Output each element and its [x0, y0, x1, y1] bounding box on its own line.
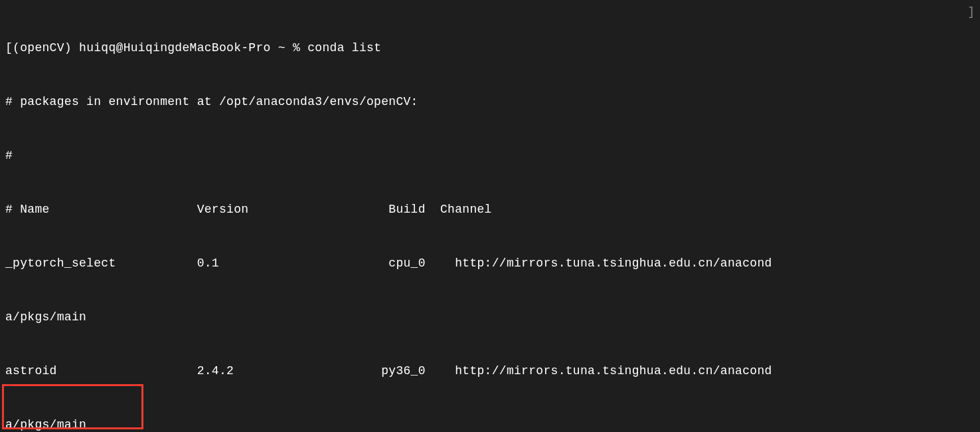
package-row: astroid 2.4.2 py36_0 http://mirrors.tuna… — [5, 362, 975, 380]
scroll-bracket-close: ] — [967, 3, 975, 21]
prompt-line: [(openCV) huiqq@HuiqingdeMacBook-Pro ~ %… — [5, 39, 975, 57]
package-row-wrap: a/pkgs/main — [5, 416, 975, 432]
scroll-bracket-open: [ — [5, 41, 13, 54]
comment-line-1: # packages in environment at /opt/anacon… — [5, 93, 975, 111]
cwd: ~ — [278, 41, 293, 54]
comment-line-2: # — [5, 147, 975, 165]
terminal-output[interactable]: [(openCV) huiqq@HuiqingdeMacBook-Pro ~ %… — [0, 0, 980, 432]
column-header: # Name Version Build Channel — [5, 201, 975, 219]
env-name: (openCV) — [13, 41, 79, 54]
user-host: huiqq@HuiqingdeMacBook-Pro — [79, 41, 278, 54]
prompt-symbol: % — [293, 41, 307, 54]
package-row-wrap: a/pkgs/main — [5, 308, 975, 326]
package-row: _pytorch_select 0.1 cpu_0 http://mirrors… — [5, 255, 975, 272]
command-text: conda list — [307, 41, 381, 54]
